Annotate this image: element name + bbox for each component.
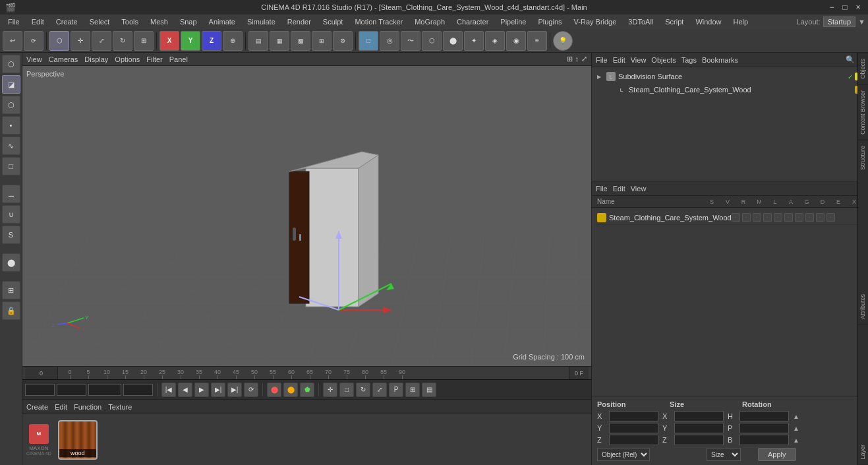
viewport-options-menu[interactable]: Options [115,55,140,63]
scale-keys-button[interactable]: ⤢ [372,383,387,397]
tool-brush[interactable]: S [2,226,20,244]
tool-paint[interactable]: ⬤ [2,253,20,272]
render-settings[interactable]: ⚙ [333,31,353,51]
rot-b-input[interactable]: 0 ° [739,435,789,445]
menu-item-pipeline[interactable]: Pipeline [495,16,531,27]
goto-start-button[interactable]: |◀ [161,383,176,397]
prop-row-model[interactable]: Steam_Clothing_Care_System_Wood · · · · … [594,210,865,225]
preview-button[interactable]: P [389,383,403,397]
tool-magnet[interactable]: ∪ [2,205,20,224]
menu-item-create[interactable]: Create [51,16,83,27]
coord-system-dropdown[interactable]: Object (Rel) World [597,448,650,461]
end-frame-input[interactable]: 90 F [88,384,121,396]
bottom-function-menu[interactable]: Function [74,403,101,411]
menu-item-file[interactable]: File [3,16,25,27]
goto-end-button[interactable]: ▶| [227,383,242,397]
render-all[interactable]: ▩ [291,31,310,51]
rot-p-spin-up[interactable]: ▲ [793,425,799,432]
rot-b-spin-up[interactable]: ▲ [793,437,799,444]
tool-edge[interactable]: ⬡ [2,96,20,114]
tool-object[interactable]: □ [2,157,20,175]
viewport[interactable]: Y X Z Perspective Grid Spacing : 100 cm [22,66,591,366]
attr-edit-menu[interactable]: Edit [613,185,625,193]
layout-value[interactable]: Startup [823,16,855,27]
add-deformer[interactable]: ⬡ [422,31,442,51]
menu-item-mograph[interactable]: MoGraph [409,16,450,27]
render-active[interactable]: ▦ [270,31,289,51]
tool-spline[interactable]: ∿ [2,137,20,155]
add-cube[interactable]: □ [359,31,378,51]
objects-tags-menu[interactable]: Tags [681,56,697,64]
flag-s[interactable]: · [732,213,740,222]
vtab-attributes[interactable]: Attributes [858,289,868,325]
viewport-display-menu[interactable]: Display [84,55,108,63]
rot-h-spin-up[interactable]: ▲ [793,413,799,420]
flag-a[interactable]: · [784,213,793,222]
flag-v[interactable]: · [742,213,751,222]
timeline[interactable]: 0 051015202530354045505560657075808590 0… [22,366,591,379]
world-axis-button[interactable]: ⊕ [223,31,243,51]
add-spline[interactable]: 〜 [401,31,420,51]
vtab-layer[interactable]: Layer [858,439,868,466]
vtab-content-browser[interactable]: Content Browser [858,84,868,140]
tool-lock[interactable]: 🔒 [2,301,20,320]
key-button[interactable]: ⬟ [300,383,314,397]
objects-edit-menu[interactable]: Edit [613,56,625,64]
bottom-edit-menu[interactable]: Edit [55,403,67,411]
y-axis-button[interactable]: Y [181,31,200,51]
bottom-texture-menu[interactable]: Texture [108,403,132,411]
size-x-input[interactable]: 0 cm [674,411,724,421]
viewport-cameras-menu[interactable]: Cameras [49,55,78,63]
viewport-icon-3[interactable]: ⤢ [581,55,587,63]
rot-h-input[interactable]: 0 ° [739,411,789,421]
menu-item-script[interactable]: Script [660,16,689,27]
render-to-po[interactable]: ⊞ [312,31,332,51]
material-wood-thumb[interactable]: wood [58,420,98,460]
attr-view-menu[interactable]: View [631,185,647,193]
start-frame-input[interactable]: 0 F [57,384,86,396]
menu-item-plugins[interactable]: Plugins [533,16,567,27]
menu-item-mesh[interactable]: Mesh [145,16,173,27]
x-axis-button[interactable]: X [159,31,179,51]
rot-p-input[interactable]: -90 ° [739,423,789,433]
pos-z-input[interactable]: 0 cm [609,435,658,445]
add-nurbs[interactable]: ◎ [380,31,399,51]
objects-file-menu[interactable]: File [596,56,608,64]
auto-record-button[interactable]: ⬤ [283,383,298,397]
objects-view-menu[interactable]: View [631,56,647,64]
tool-checkerboard[interactable]: ◪ [2,75,20,94]
add-light[interactable]: ✦ [464,31,484,51]
tree-item-model[interactable]: L Steam_Clothing_Care_System_Wood [594,83,865,96]
light-button[interactable]: 💡 [553,31,573,51]
add-camera[interactable]: ⬤ [443,31,463,51]
vtab-structure[interactable]: Structure [858,140,868,175]
record-button[interactable]: ⬤ [267,383,281,397]
play-button[interactable]: ▶ [194,383,209,397]
viewport-filter-menu[interactable]: Filter [146,55,162,63]
objects-search-icon[interactable]: 🔍 [846,55,855,64]
menu-item-simulate[interactable]: Simulate [242,16,281,27]
attr-file-menu[interactable]: File [596,185,608,193]
menu-item-character[interactable]: Character [451,16,494,27]
tool-point[interactable]: • [2,116,20,135]
loop-button[interactable]: ⟳ [244,383,258,397]
menu-item-select[interactable]: Select [84,16,115,27]
pos-y-input[interactable]: 93.043 cm [609,423,658,433]
viewport-icon-2[interactable]: ↕ [575,55,579,63]
scene-settings[interactable]: ◈ [485,31,505,51]
close-button[interactable]: × [854,3,863,12]
menu-item-sculpt[interactable]: Sculpt [318,16,349,27]
current-frame-input[interactable]: 0 F [25,384,55,396]
flag-e[interactable]: · [816,213,825,222]
flag-g[interactable]: · [795,213,803,222]
apply-button[interactable]: Apply [758,448,796,461]
step-forward-button[interactable]: ▶| [211,383,225,397]
fps-input[interactable]: 90 F [123,384,153,396]
redo-button[interactable]: ⟳ [24,31,43,51]
objects-objects-menu[interactable]: Objects [651,56,676,64]
material-manager[interactable]: ◉ [506,31,526,51]
minimize-button[interactable]: − [827,3,836,12]
timeline-settings[interactable]: ⊞ [405,383,420,397]
flag-d[interactable]: · [805,213,814,222]
select-tool[interactable]: ⬡ [49,31,69,51]
